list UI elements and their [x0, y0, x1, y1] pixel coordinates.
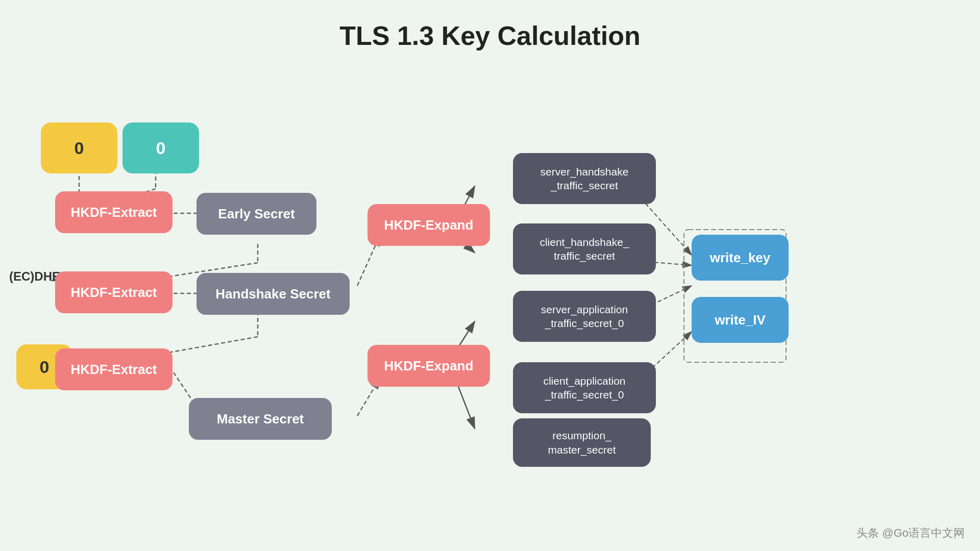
hkdf-extract-3-node: HKDF-Extract [55, 348, 173, 390]
client-app-traffic-node: client_application _traffic_secret_0 [513, 362, 656, 413]
hkdf-extract-3-label: HKDF-Extract [70, 362, 157, 378]
early-secret-label: Early Secret [218, 206, 295, 222]
write-iv-label: write_IV [715, 312, 766, 328]
server-app-traffic-label: server_application _traffic_secret_0 [541, 303, 628, 331]
write-key-label: write_key [710, 250, 771, 266]
hkdf-expand-2-node: HKDF-Expand [368, 345, 490, 387]
server-hs-traffic-node: server_handshake _traffic_secret [513, 153, 656, 204]
hkdf-extract-1-label: HKDF-Extract [70, 205, 157, 220]
handshake-secret-label: Handshake Secret [215, 286, 330, 302]
client-hs-traffic-label: client_handshake_ traffic_secret [540, 235, 629, 263]
hkdf-expand-1-label: HKDF-Expand [384, 217, 474, 233]
zero2-label: 0 [156, 138, 166, 158]
zero1-label: 0 [75, 138, 84, 158]
client-app-traffic-label: client_application _traffic_secret_0 [543, 374, 625, 402]
early-secret-node: Early Secret [197, 193, 316, 235]
diagram: 0 0 HKDF-Extract Early Secret (EC)DHE HK… [0, 61, 980, 551]
zero3-label: 0 [40, 357, 50, 377]
server-hs-traffic-label: server_handshake _traffic_secret [541, 165, 629, 193]
write-key-node: write_key [692, 235, 789, 281]
resumption-label: resumption_ master_secret [548, 429, 616, 457]
master-secret-node: Master Secret [189, 398, 332, 440]
page-title: TLS 1.3 Key Calculation [0, 0, 980, 51]
hkdf-extract-2-label: HKDF-Extract [70, 285, 157, 300]
server-app-traffic-node: server_application _traffic_secret_0 [513, 291, 656, 342]
hkdf-extract-2-node: HKDF-Extract [55, 271, 173, 313]
master-secret-label: Master Secret [217, 411, 304, 427]
client-hs-traffic-node: client_handshake_ traffic_secret [513, 223, 656, 274]
svg-line-20 [457, 383, 475, 429]
resumption-node: resumption_ master_secret [513, 418, 651, 467]
zero2-node: 0 [122, 122, 199, 173]
zero1-node: 0 [41, 122, 117, 173]
hkdf-expand-2-label: HKDF-Expand [384, 358, 474, 374]
hkdf-extract-1-node: HKDF-Extract [55, 191, 173, 233]
ecdhe-label: (EC)DHE [9, 269, 60, 284]
write-iv-node: write_IV [692, 297, 789, 343]
handshake-secret-node: Handshake Secret [197, 273, 350, 315]
hkdf-expand-1-node: HKDF-Expand [368, 204, 490, 246]
watermark: 头条 @Go语言中文网 [856, 525, 965, 541]
